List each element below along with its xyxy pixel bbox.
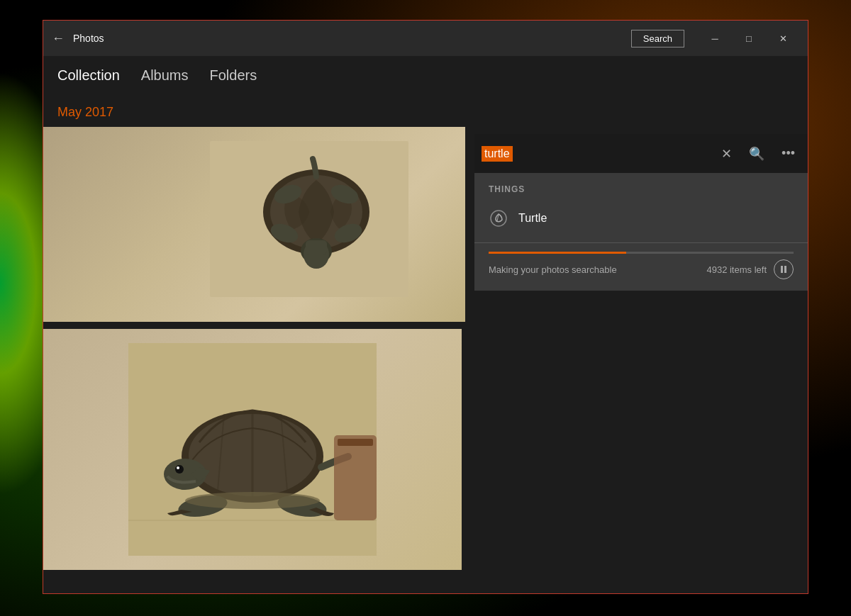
window-title: Photos [73,33,631,44]
progress-bar-wrap [474,246,808,257]
main-content: May 2017 [43,95,808,593]
pause-icon [781,266,786,273]
search-dropdown: THINGS Turtle [474,173,808,291]
turtle-thing-icon [489,208,508,228]
search-clear-button[interactable]: ✕ [716,143,738,164]
search-suggestion-turtle[interactable]: Turtle [474,201,808,235]
search-icon[interactable]: 🔍 [743,143,770,164]
turtle-suggestion-label[interactable]: Turtle [518,212,547,225]
turtle-illustration-2 [128,343,377,556]
photo-image-1 [43,127,465,322]
window-controls: ─ □ ✕ [699,27,799,50]
titlebar: ← Photos Search ─ □ ✕ [43,21,808,56]
photo-2[interactable] [43,329,462,570]
minimize-button[interactable]: ─ [699,27,731,50]
nav-albums[interactable]: Albums [141,62,189,89]
turtle-illustration-1 [210,141,408,297]
maximize-button[interactable]: □ [733,27,765,50]
photos-window: ← Photos Search ─ □ ✕ Collection Albums … [43,20,808,594]
photo-image-2 [43,329,462,570]
svg-point-18 [175,465,184,474]
desktop-background: ← Photos Search ─ □ ✕ Collection Albums … [0,0,851,616]
search-progress-area: Making your photos searchable 4932 items… [474,243,808,291]
svg-point-22 [185,492,320,509]
more-options-icon[interactable]: ••• [776,143,801,164]
search-section-things: THINGS [474,184,808,201]
nav-folders[interactable]: Folders [210,62,257,89]
date-label: May 2017 [43,95,808,125]
search-query-highlight[interactable]: turtle [482,146,513,162]
nav-bar: Collection Albums Folders [43,56,808,95]
pause-button[interactable] [774,259,794,279]
search-container: turtle ✕ 🔍 ••• THINGS [474,134,808,291]
progress-text: Making your photos searchable [489,264,699,275]
svg-point-19 [177,466,179,469]
search-input-wrap: turtle [482,146,710,162]
svg-rect-23 [334,435,377,520]
close-button[interactable]: ✕ [767,27,799,50]
photo-1[interactable] [43,127,465,322]
svg-rect-8 [306,240,327,254]
nav-collection[interactable]: Collection [57,62,120,89]
progress-info: Making your photos searchable 4932 items… [474,257,808,282]
search-button[interactable]: Search [631,30,684,47]
search-bar: turtle ✕ 🔍 ••• [474,134,808,173]
svg-point-25 [491,211,506,226]
progress-fill [489,252,626,254]
svg-rect-24 [338,439,373,446]
back-button[interactable]: ← [52,31,65,46]
thing-icon-svg [489,209,508,228]
progress-count: 4932 items left [706,264,767,275]
progress-track [489,252,794,254]
